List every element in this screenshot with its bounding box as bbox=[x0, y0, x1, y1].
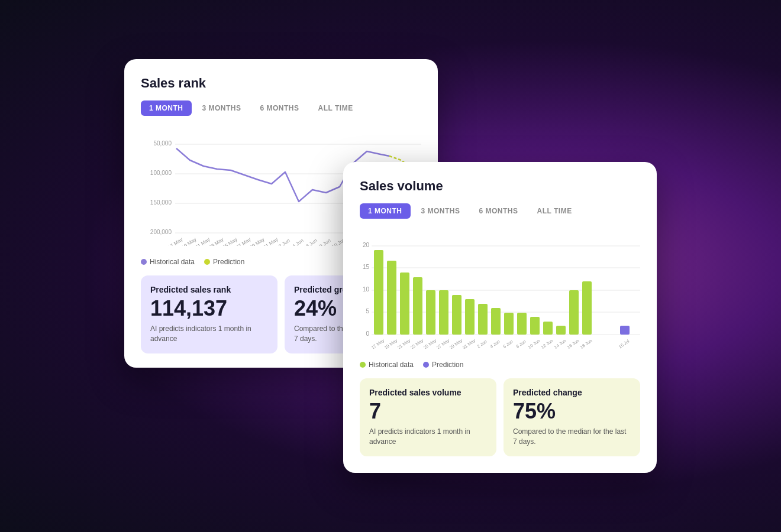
legend-historical-dot bbox=[141, 259, 147, 265]
legend-prediction-label: Prediction bbox=[213, 258, 244, 266]
bar-0 bbox=[374, 250, 383, 335]
svg-text:10 Jun: 10 Jun bbox=[527, 338, 541, 349]
svg-text:15 Jul: 15 Jul bbox=[618, 339, 631, 349]
bar-3 bbox=[413, 277, 422, 335]
legend-historical-label: Historical data bbox=[150, 258, 195, 266]
bar-6 bbox=[452, 295, 462, 335]
legend-historical-volume-dot bbox=[360, 362, 366, 368]
bar-5 bbox=[439, 290, 448, 335]
predicted-sales-rank-card: Predicted sales rank 114,137 AI predicts… bbox=[141, 275, 277, 353]
sales-volume-stat-cards: Predicted sales volume 7 AI predicts ind… bbox=[360, 378, 640, 456]
predicted-sales-volume-card: Predicted sales volume 7 AI predicts ind… bbox=[360, 378, 496, 456]
bar-4 bbox=[426, 290, 435, 335]
predicted-change-card: Predicted change 75% Compared to the med… bbox=[504, 378, 640, 456]
svg-text:23 May: 23 May bbox=[409, 338, 425, 349]
svg-text:200,000: 200,000 bbox=[150, 229, 172, 235]
svg-text:17 May: 17 May bbox=[370, 338, 386, 349]
svg-text:100,000: 100,000 bbox=[150, 170, 172, 176]
predicted-change-desc: Compared to the median for the last 7 da… bbox=[513, 427, 631, 447]
svg-text:2 Jun: 2 Jun bbox=[277, 237, 291, 246]
sales-volume-card: Sales volume 1 MONTH 3 MONTHS 6 MONTHS A… bbox=[343, 162, 657, 473]
bar-9 bbox=[491, 308, 501, 335]
legend-prediction-dot bbox=[204, 259, 210, 265]
svg-text:14 Jun: 14 Jun bbox=[553, 338, 567, 349]
svg-text:0: 0 bbox=[366, 330, 369, 337]
svg-text:5: 5 bbox=[366, 308, 369, 314]
bar-14 bbox=[556, 326, 566, 335]
svg-text:4 Jun: 4 Jun bbox=[291, 237, 305, 246]
cards-container: Sales rank 1 MONTH 3 MONTHS 6 MONTHS ALL… bbox=[124, 59, 657, 473]
tab-6months-volume[interactable]: 6 MONTHS bbox=[471, 203, 527, 219]
sales-rank-tabs: 1 MONTH 3 MONTHS 6 MONTHS ALL TIME bbox=[141, 100, 421, 116]
svg-text:8 Jun: 8 Jun bbox=[318, 237, 332, 246]
svg-text:29 May: 29 May bbox=[448, 338, 464, 349]
tab-6months-rank[interactable]: 6 MONTHS bbox=[252, 100, 308, 116]
predicted-change-value: 75% bbox=[513, 401, 631, 422]
bar-prediction bbox=[620, 326, 630, 335]
predicted-sales-volume-value: 7 bbox=[369, 401, 487, 422]
tab-alltime-rank[interactable]: ALL TIME bbox=[310, 100, 362, 116]
svg-text:8 Jun: 8 Jun bbox=[515, 339, 527, 349]
svg-text:6 Jun: 6 Jun bbox=[305, 237, 318, 246]
tab-1month-rank[interactable]: 1 MONTH bbox=[141, 100, 192, 116]
bar-16 bbox=[582, 281, 592, 335]
bar-7 bbox=[465, 299, 475, 335]
legend-historical-volume-label: Historical data bbox=[369, 361, 414, 369]
svg-text:2 Jun: 2 Jun bbox=[476, 339, 488, 349]
svg-text:15: 15 bbox=[363, 264, 370, 270]
sales-volume-title: Sales volume bbox=[360, 179, 640, 194]
svg-text:16 Jun: 16 Jun bbox=[566, 338, 580, 349]
svg-text:4 Jun: 4 Jun bbox=[489, 339, 501, 349]
bar-11 bbox=[517, 313, 527, 335]
predicted-sales-rank-value: 114,137 bbox=[150, 298, 268, 319]
svg-text:31 May: 31 May bbox=[462, 338, 477, 349]
svg-text:150,000: 150,000 bbox=[150, 199, 172, 206]
legend-historical: Historical data bbox=[141, 258, 195, 266]
svg-text:50,000: 50,000 bbox=[153, 140, 172, 147]
legend-prediction-volume-label: Prediction bbox=[432, 361, 463, 369]
tab-3months-rank[interactable]: 3 MONTHS bbox=[194, 100, 250, 116]
svg-text:27 May: 27 May bbox=[435, 338, 451, 349]
sales-volume-legend: Historical data Prediction bbox=[360, 361, 640, 369]
predicted-sales-rank-desc: AI predicts indicators 1 month in advanc… bbox=[150, 324, 268, 344]
legend-prediction-volume: Prediction bbox=[423, 361, 463, 369]
svg-text:18 Jun: 18 Jun bbox=[579, 338, 593, 349]
legend-historical-volume: Historical data bbox=[360, 361, 414, 369]
bar-12 bbox=[530, 317, 540, 335]
tab-1month-volume[interactable]: 1 MONTH bbox=[360, 203, 411, 219]
predicted-sales-rank-label: Predicted sales rank bbox=[150, 285, 268, 294]
tab-3months-volume[interactable]: 3 MONTHS bbox=[413, 203, 469, 219]
bar-2 bbox=[400, 273, 409, 335]
bar-13 bbox=[543, 322, 553, 335]
sales-volume-tabs: 1 MONTH 3 MONTHS 6 MONTHS ALL TIME bbox=[360, 203, 640, 219]
svg-text:12 Jun: 12 Jun bbox=[540, 338, 554, 349]
bar-10 bbox=[504, 313, 514, 335]
sales-volume-chart: 0 5 10 15 20 bbox=[360, 231, 640, 351]
bar-8 bbox=[478, 304, 488, 335]
legend-prediction-volume-dot bbox=[423, 362, 429, 368]
svg-text:6 Jun: 6 Jun bbox=[502, 339, 514, 349]
predicted-sales-volume-desc: AI predicts indicators 1 month in advanc… bbox=[369, 427, 487, 447]
bar-1 bbox=[387, 261, 396, 335]
predicted-sales-volume-label: Predicted sales volume bbox=[369, 388, 487, 397]
legend-prediction: Prediction bbox=[204, 258, 244, 266]
svg-text:20: 20 bbox=[363, 242, 370, 248]
svg-text:10: 10 bbox=[363, 286, 370, 293]
bar-15 bbox=[569, 290, 579, 335]
svg-text:25 May: 25 May bbox=[422, 338, 438, 349]
svg-text:19 May: 19 May bbox=[383, 338, 399, 349]
svg-text:21 May: 21 May bbox=[396, 338, 412, 349]
sales-rank-title: Sales rank bbox=[141, 76, 421, 91]
predicted-change-label: Predicted change bbox=[513, 388, 631, 397]
tab-alltime-volume[interactable]: ALL TIME bbox=[529, 203, 580, 219]
